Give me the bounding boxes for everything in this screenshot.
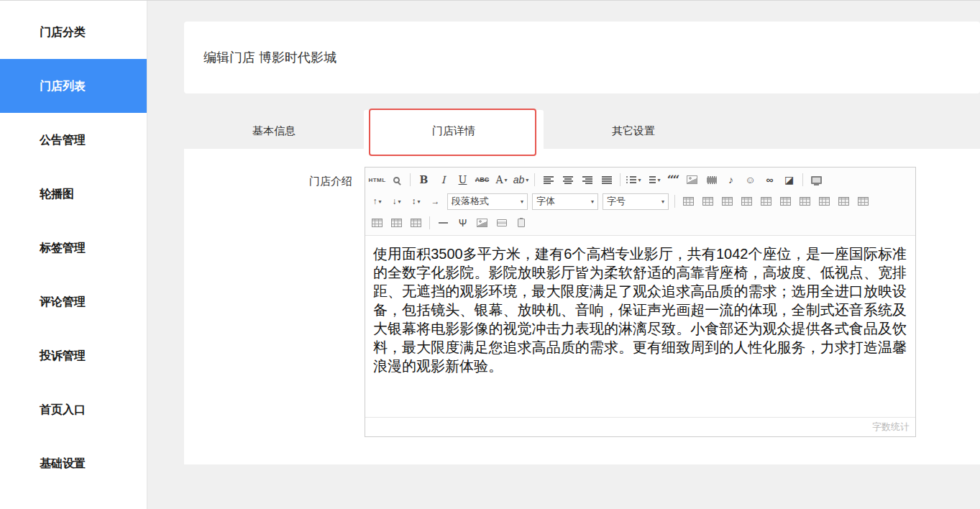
toolbar-row-1: HTMLBIUABCA▾ab▾▾▾““♪☺∞◪ — [367, 169, 913, 191]
line-height-icon[interactable]: ↕▾ — [407, 193, 425, 210]
toolbar-row-2: ↑▾↓▾↕▾→段落格式▾字体▾字号▾ — [367, 191, 913, 212]
sidebar-item[interactable]: 门店列表 — [0, 59, 147, 113]
delete-row-icon[interactable] — [796, 193, 814, 210]
merge-cells-icon[interactable] — [368, 214, 386, 231]
editor-content[interactable]: 使用面积3500多平方米，建有6个高档专业影厅，共有1042个座位，是一座国际标… — [365, 236, 915, 417]
store-intro-label: 门店介绍 — [184, 175, 352, 188]
sidebar-item[interactable]: 轮播图 — [0, 167, 147, 221]
anchor-icon[interactable]: Ψ — [454, 214, 472, 231]
toolbar-divider — [410, 173, 411, 186]
word-count-label: 字数统计 — [365, 417, 915, 436]
toolbar-row-3: Ψ — [367, 212, 913, 234]
tabstrip: 基本信息门店详情其它设置 — [184, 113, 980, 149]
tab[interactable]: 基本信息 — [184, 113, 364, 149]
sidebar-item[interactable]: 评论管理 — [0, 275, 147, 329]
ordered-list-icon[interactable]: ▾ — [625, 171, 643, 188]
fullscreen-icon[interactable] — [807, 171, 825, 188]
move-row-icon[interactable] — [854, 193, 872, 210]
print-icon[interactable] — [493, 214, 510, 231]
paste-icon[interactable] — [512, 214, 530, 231]
align-justify-icon[interactable] — [597, 171, 615, 188]
insert-col-right-icon[interactable] — [777, 193, 794, 210]
sidebar: 门店分类门店列表公告管理轮播图标签管理评论管理投诉管理首页入口基础设置 — [0, 1, 147, 509]
sidebar-item[interactable]: 首页入口 — [0, 382, 147, 436]
insert-col-left-icon[interactable] — [757, 193, 775, 210]
horizontal-rule-icon[interactable] — [434, 214, 452, 231]
align-left-icon[interactable] — [539, 171, 557, 188]
font-size-select[interactable]: 字号▾ — [603, 193, 669, 210]
strikethrough-icon[interactable]: ABC — [473, 171, 491, 188]
rich-text-editor: HTMLBIUABCA▾ab▾▾▾““♪☺∞◪ ↑▾↓▾↕▾→段落格式▾字体▾字… — [365, 167, 916, 437]
toolbar-divider — [620, 173, 620, 186]
insert-table-icon[interactable] — [679, 193, 697, 210]
tab[interactable]: 门店详情 — [364, 110, 544, 155]
paragraph-format-select[interactable]: 段落格式▾ — [447, 193, 528, 210]
insert-row-above-icon[interactable] — [738, 193, 756, 210]
cell-properties-icon[interactable] — [718, 193, 736, 210]
preview-icon[interactable] — [388, 171, 406, 188]
margin-top-icon[interactable]: ↑▾ — [368, 193, 386, 210]
align-right-icon[interactable] — [578, 171, 596, 188]
font-color-icon[interactable]: A▾ — [493, 171, 510, 188]
eraser-icon[interactable]: ◪ — [780, 171, 798, 188]
html-source-icon[interactable]: HTML — [368, 171, 386, 188]
toolbar-divider — [534, 173, 535, 186]
tab[interactable]: 其它设置 — [544, 113, 723, 149]
indent-icon[interactable]: → — [426, 193, 444, 210]
page-title: 编辑门店 博影时代影城 — [184, 49, 336, 66]
music-icon[interactable]: ♪ — [722, 171, 740, 188]
delete-table-icon[interactable] — [699, 193, 717, 210]
italic-icon[interactable]: I — [434, 171, 452, 188]
table-properties-icon[interactable] — [815, 193, 833, 210]
toolbar-divider — [429, 216, 430, 229]
font-family-select[interactable]: 字体▾ — [532, 193, 598, 210]
highlight-color-icon[interactable]: ab▾ — [512, 171, 530, 188]
split-rows-icon[interactable] — [388, 214, 406, 231]
image-icon[interactable] — [683, 171, 701, 188]
tab-panel: 基本信息门店详情其它设置 门店介绍 HTMLBIUABCA▾ab▾▾▾““♪☺∞… — [184, 113, 980, 464]
header-card: 编辑门店 博影时代影城 — [184, 22, 980, 93]
unordered-list-icon[interactable]: ▾ — [644, 171, 662, 188]
toolbar-divider — [674, 195, 675, 208]
sidebar-item[interactable]: 基础设置 — [0, 436, 147, 490]
toolbar-divider — [802, 173, 803, 186]
link-icon[interactable]: ∞ — [761, 171, 779, 188]
sidebar-item[interactable]: 标签管理 — [0, 221, 147, 275]
move-col-icon[interactable] — [835, 193, 853, 210]
margin-bottom-icon[interactable]: ↓▾ — [388, 193, 406, 210]
top-border — [0, 0, 980, 1]
sidebar-item[interactable]: 公告管理 — [0, 113, 147, 167]
sidebar-item[interactable]: 投诉管理 — [0, 329, 147, 382]
blockquote-icon[interactable]: ““ — [664, 171, 682, 188]
editor-toolbar: HTMLBIUABCA▾ab▾▾▾““♪☺∞◪ ↑▾↓▾↕▾→段落格式▾字体▾字… — [365, 168, 915, 236]
map-icon[interactable] — [473, 214, 491, 231]
sidebar-item[interactable]: 门店分类 — [0, 5, 147, 59]
emoticon-icon[interactable]: ☺ — [741, 171, 759, 188]
bold-icon[interactable]: B — [415, 171, 433, 188]
video-icon[interactable] — [702, 171, 720, 188]
underline-icon[interactable]: U — [454, 171, 472, 188]
align-center-icon[interactable] — [559, 171, 577, 188]
split-cols-icon[interactable] — [407, 214, 425, 231]
